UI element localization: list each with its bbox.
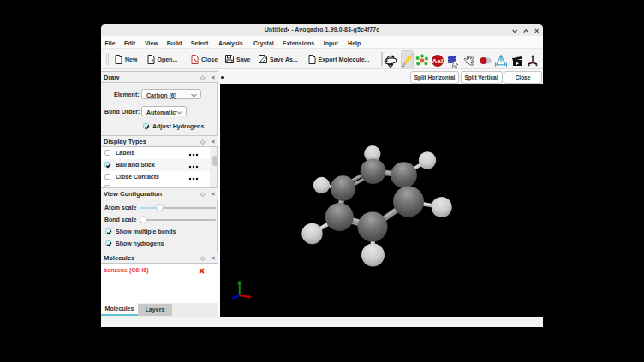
svg-text:Aa!: Aa! (432, 57, 443, 65)
